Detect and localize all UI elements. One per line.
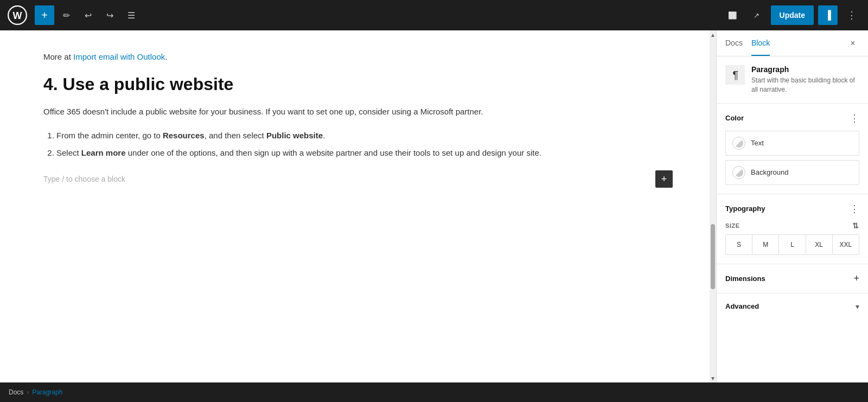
block-adder[interactable]: Type / to choose a block + xyxy=(43,170,673,188)
desktop-icon: ⬜ xyxy=(728,11,737,20)
typography-title: Typography xyxy=(725,205,765,213)
background-color-swatch xyxy=(732,166,745,179)
update-button[interactable]: Update xyxy=(771,5,814,25)
dimensions-section: Dimensions + xyxy=(717,264,868,293)
breadcrumb: Docs › Paragraph xyxy=(0,382,868,402)
add-block-plus-icon: + xyxy=(661,174,667,185)
plus-icon: + xyxy=(41,9,48,22)
paragraph-icon: ¶ xyxy=(725,65,745,85)
undo-icon: ↩ xyxy=(85,10,92,21)
breadcrumb-docs[interactable]: Docs xyxy=(9,388,23,396)
text-color-option[interactable]: Text xyxy=(725,131,859,156)
text-color-swatch xyxy=(732,137,745,150)
add-block-inline-button[interactable]: + xyxy=(655,170,673,188)
list-item: From the admin center, go to Resources, … xyxy=(56,129,673,142)
external-link-icon: ↗ xyxy=(754,11,760,20)
list-item: Select Learn more under one of the optio… xyxy=(56,146,673,159)
more-options-button[interactable]: ⋮ xyxy=(842,5,861,25)
external-link-button[interactable]: ↗ xyxy=(747,5,767,25)
text-color-swatch-inner xyxy=(735,139,743,148)
background-color-option[interactable]: Background xyxy=(725,160,859,185)
ordered-list: From the admin center, go to Resources, … xyxy=(43,129,673,159)
advanced-section: Advanced ▾ xyxy=(717,293,868,320)
background-color-label: Background xyxy=(751,168,788,176)
sidebar-panel: Docs Block × ¶ Paragraph Start with the … xyxy=(716,30,868,382)
sidebar-toggle-button[interactable]: ▐ xyxy=(818,5,838,25)
block-info-desc: Start with the basic building block of a… xyxy=(751,76,859,94)
color-more-button[interactable]: ⋮ xyxy=(850,112,859,124)
pencil-icon: ✏ xyxy=(63,10,70,21)
advanced-title: Advanced xyxy=(725,302,759,310)
size-m-button[interactable]: M xyxy=(752,235,779,254)
sidebar-header: Docs Block × xyxy=(717,30,868,56)
add-block-button[interactable]: + xyxy=(35,5,54,25)
undo-button[interactable]: ↩ xyxy=(78,5,98,25)
editor-scroll[interactable]: More at Import email with Outlook. 4. Us… xyxy=(0,30,716,382)
editor-scrollbar[interactable]: ▲ ▼ xyxy=(710,30,716,382)
docs-tab[interactable]: Docs xyxy=(725,31,743,56)
redo-icon: ↪ xyxy=(106,10,113,21)
block-tab[interactable]: Block xyxy=(751,31,770,56)
editor-area: More at Import email with Outlook. 4. Us… xyxy=(0,30,716,382)
breadcrumb-separator: › xyxy=(27,388,29,396)
scroll-up-arrow[interactable]: ▲ xyxy=(710,30,716,39)
section-heading: 4. Use a public website xyxy=(43,74,673,94)
text-color-label: Text xyxy=(751,139,764,147)
top-toolbar: W + ✏ ↩ ↪ ☰ ⬜ ↗ Update ▐ ⋮ xyxy=(0,0,868,30)
tools-button[interactable]: ✏ xyxy=(56,5,76,25)
advanced-header[interactable]: Advanced ▾ xyxy=(725,302,859,311)
color-section-header: Color ⋮ xyxy=(725,112,859,124)
ellipsis-icon: ⋮ xyxy=(847,9,857,21)
scroll-down-arrow[interactable]: ▼ xyxy=(710,374,716,382)
scrollbar-thumb[interactable] xyxy=(711,224,715,289)
size-controls-icon[interactable]: ⇅ xyxy=(852,221,859,230)
wp-logo[interactable]: W xyxy=(7,4,28,26)
sidebar-icon: ▐ xyxy=(825,10,831,20)
color-section: Color ⋮ Text Background xyxy=(717,104,868,194)
typography-header: Typography ⋮ xyxy=(725,203,859,215)
block-info: ¶ Paragraph Start with the basic buildin… xyxy=(717,56,868,104)
block-placeholder-text: Type / to choose a block xyxy=(43,175,125,183)
size-label: SIZE ⇅ xyxy=(725,221,859,230)
background-color-swatch-inner xyxy=(735,168,743,177)
body-paragraph: Office 365 doesn't include a public webs… xyxy=(43,105,673,118)
svg-text:W: W xyxy=(13,10,22,21)
size-s-button[interactable]: S xyxy=(726,235,752,254)
size-buttons: S M L XL XXL xyxy=(725,234,859,255)
breadcrumb-paragraph[interactable]: Paragraph xyxy=(32,388,62,396)
dimensions-add-button[interactable]: + xyxy=(853,273,859,284)
redo-button[interactable]: ↪ xyxy=(100,5,119,25)
typography-more-button[interactable]: ⋮ xyxy=(850,203,859,215)
list-view-button[interactable]: ☰ xyxy=(122,5,141,25)
typography-section: Typography ⋮ SIZE ⇅ S M L XL XXL xyxy=(717,194,868,264)
color-section-title: Color xyxy=(725,114,744,122)
outlook-link[interactable]: Import email with Outlook xyxy=(73,52,165,61)
sidebar-close-button[interactable]: × xyxy=(846,37,859,50)
size-xxl-button[interactable]: XXL xyxy=(833,235,859,254)
size-l-button[interactable]: L xyxy=(779,235,806,254)
desktop-view-button[interactable]: ⬜ xyxy=(723,5,743,25)
size-xl-button[interactable]: XL xyxy=(806,235,833,254)
list-icon: ☰ xyxy=(127,10,135,21)
chevron-down-icon: ▾ xyxy=(856,302,859,311)
dimensions-title: Dimensions xyxy=(725,275,765,283)
intro-paragraph: More at Import email with Outlook. xyxy=(43,52,673,61)
toolbar-right: ⬜ ↗ Update ▐ ⋮ xyxy=(723,5,861,25)
block-info-title: Paragraph xyxy=(751,65,859,74)
block-info-text: Paragraph Start with the basic building … xyxy=(751,65,859,94)
main-area: More at Import email with Outlook. 4. Us… xyxy=(0,30,868,382)
dimensions-header: Dimensions + xyxy=(725,273,859,284)
